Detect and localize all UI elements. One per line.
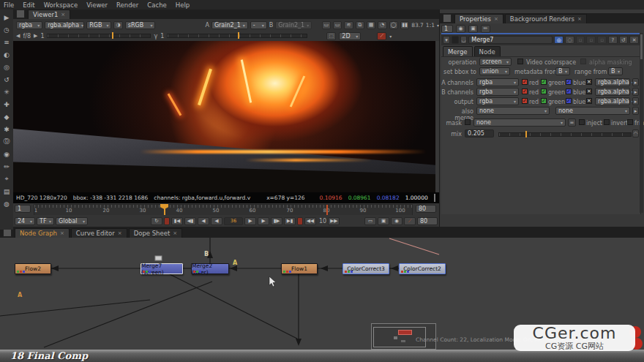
goto-end-icon[interactable]: ▶▮: [284, 217, 296, 225]
close-icon[interactable]: ×: [494, 16, 498, 22]
plugins-icon[interactable]: ◍: [1, 199, 12, 208]
mix-slider[interactable]: [498, 132, 632, 137]
timeline-ruler[interactable]: 1 10 20 30 40 50 60 70 80 90 100: [34, 204, 413, 216]
node-colorcorrect2[interactable]: ColorCorrect2: [399, 263, 446, 274]
range-from-select[interactable]: B▾: [608, 67, 623, 75]
channel-icon[interactable]: ◎: [1, 62, 12, 72]
merge-icon[interactable]: ◆: [1, 112, 12, 121]
roi-icon[interactable]: ⟋: [377, 32, 386, 40]
operation-select[interactable]: screen▾: [479, 58, 512, 66]
loop-mode-icon[interactable]: ↻: [151, 217, 162, 225]
b-blue-checkbox[interactable]: ✓: [566, 88, 572, 94]
toolsets-icon[interactable]: ⌖: [1, 174, 12, 184]
out-extra-button[interactable]: ▸: [632, 97, 639, 105]
fringe-checkbox[interactable]: [627, 119, 633, 125]
mix-field[interactable]: 0.205: [465, 129, 494, 137]
alpha-channel-select[interactable]: rgba.alpha▾: [45, 21, 84, 29]
menu-file[interactable]: File: [4, 1, 14, 9]
composite-icon[interactable]: ⧉: [356, 21, 364, 29]
current-frame-field[interactable]: 36: [224, 217, 243, 225]
range-end-field[interactable]: 80: [416, 205, 436, 213]
mask-overlay-icon[interactable]: ▭: [333, 21, 342, 29]
b-green-checkbox[interactable]: ✓: [541, 88, 547, 94]
out-green-checkbox[interactable]: ✓: [541, 98, 547, 104]
float-panel-icon[interactable]: ◌: [565, 36, 574, 44]
node-flow1[interactable]: Flow1: [281, 263, 318, 274]
a-alpha-checkbox[interactable]: ✕: [586, 79, 592, 85]
a-blue-checkbox[interactable]: ✓: [566, 79, 572, 85]
pane-menu-icon[interactable]: [443, 14, 452, 23]
region-icon[interactable]: ◯: [389, 21, 398, 29]
viewer-image[interactable]: [13, 41, 435, 192]
metadata-icon[interactable]: ✏: [1, 162, 12, 171]
a-layer-select[interactable]: rgba▾: [476, 78, 519, 86]
frame-range-select[interactable]: Global▾: [56, 217, 88, 225]
prev-keyframe-icon[interactable]: ◀▮: [184, 217, 196, 225]
transform-icon[interactable]: ✚: [1, 99, 12, 109]
menu-workspace[interactable]: Workspace: [44, 1, 78, 9]
menu-cache[interactable]: Cache: [147, 1, 166, 9]
particles-icon[interactable]: ✱: [1, 124, 12, 134]
bbox-select[interactable]: union▾: [479, 67, 510, 75]
input-a-select[interactable]: Grain2_1▾: [211, 21, 248, 29]
step-decrement-icon[interactable]: ◀◀: [304, 217, 316, 225]
tab-curve-editor[interactable]: Curve Editor×: [71, 228, 127, 238]
step-forward-icon[interactable]: ▶: [258, 217, 269, 225]
wipe-icon[interactable]: ≋: [344, 21, 353, 29]
clock-cache-icon[interactable]: ◔: [378, 21, 386, 29]
tab-background-renders[interactable]: Background Renders×: [505, 14, 587, 23]
gamma-slider[interactable]: [167, 34, 307, 38]
node-color-menu-icon[interactable]: ▾: [443, 36, 450, 44]
time-icon[interactable]: ◷: [1, 25, 12, 34]
node-name-field[interactable]: Merge7: [468, 36, 553, 44]
invert-checkbox[interactable]: [604, 119, 610, 125]
a-alpha-select[interactable]: rgba.alpha▾: [595, 78, 630, 86]
center-node-icon[interactable]: ◎: [554, 36, 564, 44]
step-back-icon[interactable]: ◀: [198, 217, 209, 225]
timeline-mode-select[interactable]: TF▾: [37, 217, 54, 225]
also-merge-select[interactable]: none▾: [476, 107, 550, 115]
wipe-mode-select[interactable]: -▾: [250, 21, 267, 29]
gamma-value[interactable]: 1: [160, 33, 164, 39]
play-backward-icon[interactable]: ◀: [211, 217, 222, 225]
display-style-select[interactable]: RGB▾: [86, 21, 111, 29]
tab-dope-sheet[interactable]: Dope Sheet×: [129, 228, 183, 238]
metadata-from-select[interactable]: B▾: [555, 67, 570, 75]
gain-slider[interactable]: [47, 34, 151, 38]
goto-start-icon[interactable]: ▮◀: [171, 217, 183, 225]
menu-help[interactable]: Help: [176, 1, 190, 9]
zoom-level[interactable]: 83.7: [411, 22, 424, 29]
b-layer-select[interactable]: rgba▾: [476, 88, 519, 96]
also-merge-select-2[interactable]: none▾: [555, 107, 630, 115]
close-icon[interactable]: ×: [60, 230, 64, 236]
node-colorcorrect3[interactable]: ColorCorrect3: [342, 263, 389, 274]
tab-node[interactable]: Node: [474, 46, 501, 56]
gain-fstop-label[interactable]: f/8: [23, 33, 31, 39]
out-blue-checkbox[interactable]: ✓: [566, 98, 572, 104]
close-icon[interactable]: ×: [118, 230, 122, 236]
out-alpha-select[interactable]: rgba.alpha▾: [595, 97, 630, 105]
b-extra-button[interactable]: ▸: [632, 88, 639, 96]
revert-icon[interactable]: ↺: [619, 36, 629, 44]
play-forward-icon[interactable]: ▶: [244, 217, 256, 225]
stereo-icon[interactable]: ▭: [322, 21, 331, 29]
tab-viewer1[interactable]: Viewer1 ×: [28, 10, 70, 19]
output-layer-select[interactable]: rgba▾: [476, 97, 519, 105]
out-red-checkbox[interactable]: ✓: [522, 98, 528, 104]
lock-range-icon[interactable]: ◉: [391, 217, 402, 225]
also-merge-extra-button[interactable]: ▸: [632, 107, 639, 115]
guides-icon[interactable]: ▭: [364, 217, 376, 225]
views-icon[interactable]: ◉: [1, 149, 12, 159]
range-marker[interactable]: [326, 205, 328, 215]
scrollbar-thumb[interactable]: [640, 34, 643, 59]
a-green-checkbox[interactable]: ✓: [541, 79, 547, 85]
color-icon[interactable]: ↺: [1, 75, 12, 84]
safezone-icon[interactable]: ▣: [378, 217, 389, 225]
record-in-icon[interactable]: [164, 217, 170, 225]
curve-icon[interactable]: ◡: [460, 36, 468, 44]
frame-field[interactable]: 1: [15, 205, 31, 213]
help-icon[interactable]: ?: [608, 36, 618, 44]
tab-merge[interactable]: Merge: [443, 46, 473, 56]
roi-timeline-icon[interactable]: ⟋: [404, 217, 416, 225]
layer-select[interactable]: rgba▾: [16, 21, 42, 29]
